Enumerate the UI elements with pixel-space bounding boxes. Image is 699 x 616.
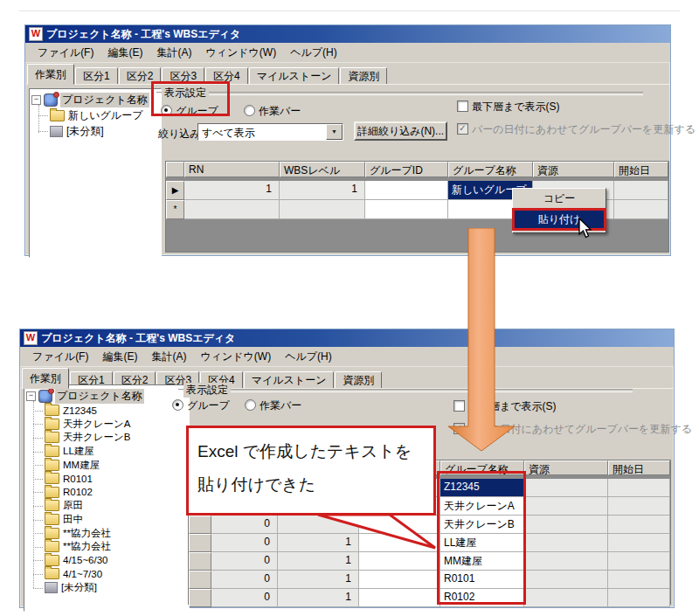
collapse-icon[interactable]: −	[31, 95, 41, 105]
cell-start-date[interactable]	[608, 534, 670, 552]
tab-by-resource[interactable]: 資源別	[340, 67, 387, 85]
menu-edit[interactable]: 編集(E)	[100, 45, 149, 60]
col-header-start-date[interactable]: 開始日	[614, 162, 668, 177]
row-marker[interactable]	[189, 552, 211, 571]
tree-item-partner2[interactable]: **協力会社	[26, 540, 187, 554]
cell-group-id[interactable]	[359, 552, 440, 571]
row-marker[interactable]	[189, 534, 211, 552]
menu-help[interactable]: ヘルプ(H)	[283, 45, 344, 60]
checkbox-update-bar[interactable]: ✓	[457, 123, 468, 135]
cell-rn[interactable]: 0	[211, 589, 278, 607]
col-header-start-date[interactable]: 開始日	[608, 460, 670, 475]
checkbox-show-lowest-label[interactable]: 最下層まで表示(S)	[472, 100, 560, 114]
cell-start-date[interactable]	[614, 181, 668, 200]
top-titlebar[interactable]: W プロジェクト名称 - 工程's WBSエディタ	[25, 25, 670, 43]
radio-taskbar-view[interactable]	[245, 399, 256, 411]
col-header-rn[interactable]: RN	[184, 162, 280, 177]
menu-aggregate[interactable]: 集計(A)	[144, 350, 193, 364]
cell-wbs[interactable]: 1	[278, 571, 359, 589]
row-marker[interactable]	[189, 516, 211, 534]
tree-root-node[interactable]: − プロジェクト名称	[31, 92, 159, 107]
row-marker[interactable]	[189, 589, 211, 607]
cell-rn[interactable]: 1	[184, 181, 280, 200]
tab-by-task[interactable]: 作業別	[22, 368, 69, 389]
grid-corner[interactable]	[166, 162, 184, 177]
cell-resource[interactable]	[524, 589, 608, 607]
menu-help[interactable]: ヘルプ(H)	[278, 350, 339, 364]
menu-window[interactable]: ウィンドウ(W)	[198, 45, 283, 60]
tree-item-unclassified[interactable]: [未分類]	[31, 123, 159, 139]
tree-root-node[interactable]: − プロジェクト名称	[26, 388, 187, 404]
cell-resource[interactable]	[524, 571, 608, 589]
tree-item-harada[interactable]: 原田	[26, 499, 187, 513]
row-marker[interactable]	[189, 571, 211, 589]
cell-wbs[interactable]	[280, 200, 365, 219]
tree-item-ll-building[interactable]: LL建屋	[26, 445, 187, 459]
cell-group-id[interactable]	[365, 200, 448, 219]
chevron-down-icon[interactable]: ▼	[326, 124, 343, 140]
menu-file[interactable]: ファイル(F)	[25, 350, 95, 364]
tree-item-unclassified[interactable]: [未分類]	[26, 581, 187, 595]
detail-filter-button[interactable]: 詳細絞り込み(N)...	[354, 121, 447, 141]
cell-group-id[interactable]	[359, 589, 440, 607]
cell-rn[interactable]	[184, 200, 280, 219]
cell-start-date[interactable]	[608, 497, 670, 516]
filter-combobox[interactable]: すべて表示 ▼	[197, 123, 343, 141]
col-header-wbs-level[interactable]: WBSレベル	[280, 162, 365, 177]
cell-rn[interactable]: 0	[211, 571, 278, 589]
cell-wbs[interactable]: 1	[280, 181, 365, 200]
row-marker-new[interactable]: *	[166, 200, 184, 219]
cell-start-date[interactable]	[614, 200, 668, 219]
menu-window[interactable]: ウィンドウ(W)	[193, 350, 278, 364]
radio-taskbar-label[interactable]: 作業バー	[260, 398, 301, 413]
cell-wbs[interactable]: 1	[278, 589, 359, 607]
tree-item-mm-building[interactable]: MM建屋	[26, 458, 187, 472]
context-menu-copy[interactable]: コピー	[516, 190, 603, 207]
menu-file[interactable]: ファイル(F)	[31, 45, 100, 60]
cell-start-date[interactable]	[608, 552, 670, 571]
cell-rn[interactable]: 0	[211, 552, 278, 571]
cell-start-date[interactable]	[608, 479, 670, 497]
tab-milestone[interactable]: マイルストーン	[249, 67, 340, 85]
cell-wbs[interactable]: 1	[278, 552, 359, 571]
tree-item-tanaka[interactable]: 田中	[26, 513, 187, 527]
cell-resource[interactable]	[524, 552, 608, 571]
cell-start-date[interactable]	[608, 516, 670, 534]
cell-resource[interactable]	[524, 516, 608, 534]
bottom-titlebar[interactable]: W プロジェクト名称 - 工程's WBSエディタ	[20, 329, 674, 347]
tab-by-resource[interactable]: 資源別	[335, 371, 382, 389]
tree-item-date-range1[interactable]: 4/15~6/30	[26, 554, 187, 568]
radio-taskbar-view[interactable]	[244, 105, 255, 116]
col-header-resource[interactable]: 資源	[533, 162, 614, 177]
col-header-resource[interactable]: 資源	[524, 460, 608, 475]
tree-item-crane-a[interactable]: 天井クレーンA	[26, 418, 187, 432]
radio-group-view[interactable]	[172, 399, 183, 411]
cell-start-date[interactable]	[608, 571, 670, 589]
col-header-group-id[interactable]: グループID	[365, 162, 448, 177]
cell-resource[interactable]	[524, 479, 608, 497]
tree-item-crane-b[interactable]: 天井クレーンB	[26, 431, 187, 445]
tree-item-r0102[interactable]: R0102	[26, 486, 187, 500]
tree-item-date-range2[interactable]: 4/1~7/30	[26, 567, 187, 581]
menu-edit[interactable]: 編集(E)	[95, 350, 144, 364]
cell-rn[interactable]: 0	[211, 516, 278, 534]
col-header-group-name[interactable]: グループ名称	[448, 162, 533, 177]
tree-item-r0101[interactable]: R0101	[26, 472, 187, 486]
tree-item-z12345[interactable]: Z12345	[26, 404, 187, 418]
cell-rn[interactable]: 0	[211, 534, 278, 552]
tree-item-partner1[interactable]: **協力会社	[26, 526, 187, 540]
tab-by-task[interactable]: 作業別	[27, 64, 74, 85]
collapse-icon[interactable]: −	[26, 391, 36, 401]
menu-aggregate[interactable]: 集計(A)	[149, 45, 198, 60]
row-marker[interactable]: ▶	[166, 181, 184, 200]
checkbox-show-lowest[interactable]	[457, 100, 468, 112]
cell-resource[interactable]	[524, 497, 608, 516]
cell-group-id[interactable]	[359, 571, 440, 589]
cell-start-date[interactable]	[608, 589, 670, 607]
tab-kubun1[interactable]: 区分1	[75, 67, 118, 85]
radio-group-label[interactable]: グループ	[187, 398, 230, 413]
cell-resource[interactable]	[524, 534, 608, 552]
tree-item-new-group[interactable]: 新しいグループ	[31, 107, 159, 123]
tab-milestone[interactable]: マイルストーン	[244, 371, 335, 389]
radio-taskbar-label[interactable]: 作業バー	[259, 104, 301, 119]
